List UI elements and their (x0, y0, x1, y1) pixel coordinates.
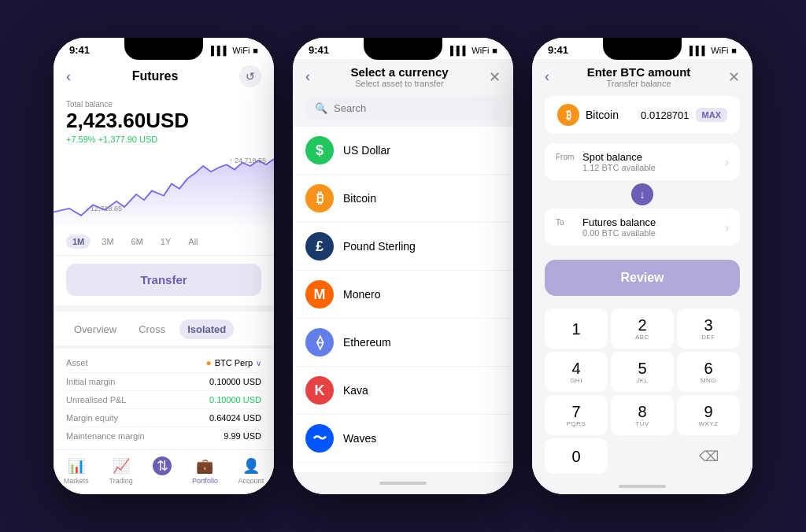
currency-solana[interactable]: ◎ Solana (293, 463, 513, 472)
filter-6m[interactable]: 6M (125, 235, 150, 249)
currency-icon-eth: ⟠ (305, 328, 334, 357)
currency-icon-xmr: M (305, 280, 334, 308)
bottom-nav-1: 📊 Markets 📈 Trading ⇅ 💼 Portfolio 👤 Acco… (54, 449, 274, 494)
status-icons-2: ▌▌▌ WiFi ■ (450, 46, 497, 55)
tab-cross[interactable]: Cross (131, 320, 173, 339)
key-8[interactable]: 8 TUV (611, 395, 674, 435)
nav-transfer[interactable]: ⇅ (153, 456, 172, 485)
tab-isolated[interactable]: Isolated (179, 320, 234, 339)
chart-low-label: ↓ 12,718.65 (85, 205, 122, 212)
wifi-icon-2: WiFi (471, 46, 489, 55)
key-6[interactable]: 6 MNO (677, 352, 740, 392)
currency-icon-usd: $ (305, 136, 334, 164)
nav-markets-label: Markets (64, 477, 89, 485)
futures-card-left: To Futures balance 0.00 BTC available (556, 216, 656, 238)
balance-cards: From Spot balance 1.12 BTC available › ↓… (532, 137, 752, 252)
close-button-3[interactable]: ✕ (728, 68, 740, 86)
currency-name-btc: Bitcoin (343, 192, 376, 205)
numpad: 1 2 ABC 3 DEF 4 GHI 5 JKL 6 MNO (532, 304, 752, 478)
btc-title: Enter BTC amount (587, 65, 691, 79)
trading-icon: 📈 (112, 456, 131, 475)
notch-3 (603, 38, 682, 60)
currency-name-xmr: Monero (343, 288, 380, 301)
nav-trading[interactable]: 📈 Trading (109, 456, 132, 485)
review-button[interactable]: Review (545, 260, 740, 296)
back-button-2[interactable]: ‹ (305, 68, 310, 85)
asset-dropdown-icon[interactable]: ∨ (256, 359, 261, 368)
currency-pound[interactable]: £ Pound Sterling (293, 223, 513, 271)
btc-amount-value: 0.0128701 (641, 109, 689, 121)
currency-name-usd: US Dollar (343, 144, 390, 157)
filter-1y[interactable]: 1Y (154, 235, 177, 249)
signal-icon-3: ▌▌▌ (690, 46, 708, 55)
key-3[interactable]: 3 DEF (677, 308, 740, 349)
search-input[interactable] (334, 102, 491, 114)
to-label: To (556, 216, 575, 227)
close-button-2[interactable]: ✕ (489, 68, 501, 86)
key-2[interactable]: 2 ABC (611, 308, 674, 349)
account-icon: 👤 (242, 456, 261, 475)
currency-monero[interactable]: M Monero (293, 271, 513, 319)
key-9[interactable]: 9 WXYZ (677, 395, 740, 435)
filter-1m[interactable]: 1M (66, 235, 91, 249)
filter-3m[interactable]: 3M (95, 235, 120, 249)
tab-overview[interactable]: Overview (66, 320, 124, 339)
time-2: 9:41 (309, 44, 329, 56)
transfer-button[interactable]: Transfer (66, 264, 261, 296)
key-empty (611, 438, 674, 474)
nav-markets[interactable]: 📊 Markets (64, 456, 89, 485)
backspace-button[interactable]: ⌫ (677, 438, 740, 474)
btc-header: ‹ Enter BTC amount Transfer balance ✕ (532, 59, 752, 96)
spot-balance-card[interactable]: From Spot balance 1.12 BTC available › (545, 143, 740, 180)
status-icons-3: ▌▌▌ WiFi ■ (690, 46, 737, 55)
key-4[interactable]: 4 GHI (545, 352, 608, 392)
nav-account[interactable]: 👤 Account (238, 456, 264, 485)
arrow-circle-icon: ↓ (631, 183, 653, 205)
chart-high-label: ↑ 24,718.65 (229, 157, 266, 164)
btc-info-left: ₿ Bitcoin (557, 104, 619, 126)
currency-subtitle: Select asset to transfer (350, 79, 448, 88)
phone-2: 9:41 ▌▌▌ WiFi ■ ‹ Select a currency Sele… (293, 38, 513, 494)
asset-row-initial-margin: Initial margin 0.10000 USD (66, 373, 261, 391)
spot-card-left: From Spot balance 1.12 BTC available (556, 151, 656, 172)
futures-balance-card[interactable]: To Futures balance 0.00 BTC available › (545, 209, 740, 246)
futures-card-info: Futures balance 0.00 BTC available (582, 216, 656, 238)
btc-header-center: Enter BTC amount Transfer balance (587, 65, 691, 88)
balance-section: Total balance 2,423.60USD +7.59% +1,377.… (54, 95, 274, 152)
currency-bitcoin[interactable]: ₿ Bitcoin (293, 175, 513, 223)
key-5[interactable]: 5 JKL (611, 352, 674, 392)
max-button[interactable]: MAX (696, 108, 727, 122)
nav-portfolio[interactable]: 💼 Portfolio (192, 456, 218, 485)
time-1: 9:41 (69, 44, 90, 56)
balance-amount: 2,423.60USD (66, 109, 261, 133)
home-indicator-3 (532, 478, 752, 494)
home-bar-3 (619, 485, 666, 488)
futures-header: ‹ Futures ↺ (54, 59, 274, 95)
home-bar-2 (379, 482, 427, 485)
phone-1: 9:41 ▌▌▌ WiFi ■ ‹ Futures ↺ Total balanc… (54, 38, 274, 494)
filter-all[interactable]: All (182, 235, 204, 249)
currency-search: 🔍 (305, 96, 501, 120)
battery-icon-3: ■ (731, 46, 737, 55)
search-icon: 🔍 (315, 102, 327, 114)
currency-usdollar[interactable]: $ US Dollar (293, 127, 513, 175)
futures-card-chevron: › (725, 221, 729, 234)
key-0[interactable]: 0 (545, 438, 608, 474)
battery-icon: ■ (253, 46, 258, 55)
status-icons-1: ▌▌▌ WiFi ■ (211, 46, 258, 55)
history-button[interactable]: ↺ (239, 65, 261, 87)
backspace-icon: ⌫ (699, 448, 719, 465)
phone-3: 9:41 ▌▌▌ WiFi ■ ‹ Enter BTC amount Trans… (532, 38, 752, 494)
currency-kava[interactable]: K Kava (293, 367, 513, 415)
wifi-icon-3: WiFi (711, 46, 728, 55)
back-button-1[interactable]: ‹ (66, 68, 71, 85)
key-1[interactable]: 1 (545, 308, 608, 349)
asset-row-maintenance: Maintenance margin 9.99 USD (66, 427, 261, 445)
currency-ethereum[interactable]: ⟠ Ethereum (293, 319, 513, 367)
notch-1 (124, 38, 203, 60)
back-button-3[interactable]: ‹ (545, 68, 549, 85)
balance-change: +7.59% +1,377.90 USD (66, 135, 261, 144)
currency-waves[interactable]: 〜 Waves (293, 415, 513, 463)
key-7[interactable]: 7 PQRS (545, 395, 608, 435)
battery-icon-2: ■ (492, 46, 497, 55)
